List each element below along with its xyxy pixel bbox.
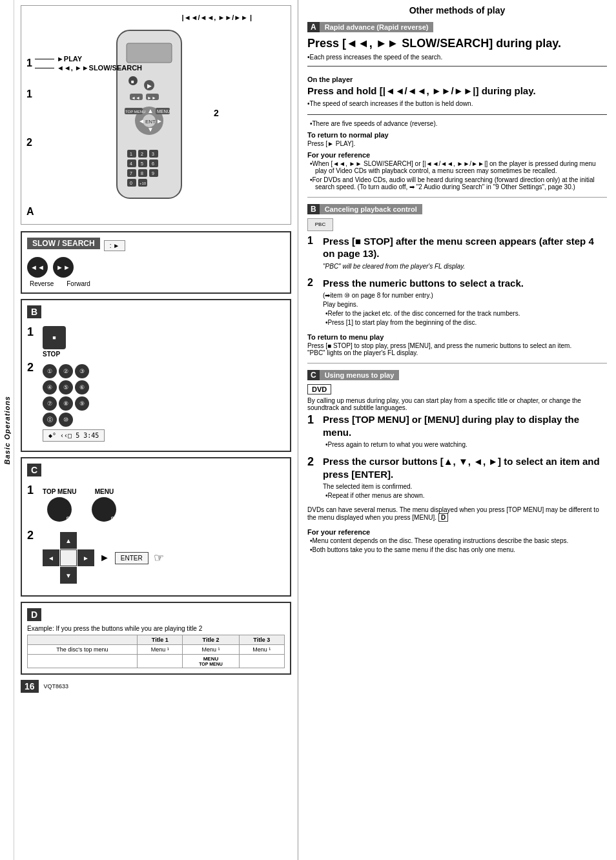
row1-col1: Menu ¹ [137,645,182,655]
svg-text:+10: +10 [139,181,147,185]
svg-text:6: 6 [152,161,154,166]
svg-text:ENT: ENT [145,119,156,125]
hand-icon: ☞ [154,551,164,565]
label-2-left: 2 [26,137,32,148]
stop-text: STOP [43,351,66,358]
ref-bullet2-a: •For DVDs and Video CDs, audio will be h… [307,176,607,190]
svg-text:►►: ►► [147,96,156,100]
table-col2: Title 2 [183,635,239,645]
nav-center[interactable] [60,549,77,566]
page-footer: 16 VQT8633 [21,680,291,693]
step2-sub2-b: Play begins. [323,301,524,308]
table-row-1: The disc's top menu Menu ¹ Menu ¹ Menu ¹ [28,645,285,655]
step2-heading-c: Press the cursor buttons [▲, ▼, ◄, ►] to… [323,455,607,480]
nav-cross: ▲ ◄ ► ▼ [43,532,94,584]
section-a-letter: A [307,22,320,32]
on-player-box: On the player Press and hold [|◄◄/◄◄, ►►… [307,66,607,115]
enter-button[interactable]: ENTER [115,552,149,564]
rewind-button[interactable]: ◄◄ [27,257,48,278]
section-b-label: B [27,305,41,318]
diagram-box: |◄◄/◄◄, ►►/►► | ▶ ■ ◄◄ [21,5,291,225]
dvd-note: DVDs can have several menus. The menu di… [307,506,607,524]
section-b-step2: 2 ① ② ③ ④ ⑤ ⑥ ⑦ ⑧ ⑨ ⓪ ⑩ ◆° [27,362,285,442]
page-number: 16 [21,680,39,693]
top-arrows: |◄◄/◄◄, ►►/►► | [182,14,252,21]
five-speeds: •There are five speeds of advance (rever… [307,120,607,127]
svg-text:■: ■ [131,79,134,85]
nav-left[interactable]: ◄ [43,549,59,566]
row1-col3: Menu ¹ [239,645,285,655]
on-player-bullet: •The speed of search increases if the bu… [307,100,607,107]
ref-bullet2-c: •Both buttons take you to the same menu … [307,546,607,553]
left-panel: |◄◄/◄◄, ►►/►► | ▶ ■ ◄◄ [14,0,298,860]
top-menu-item: TOP MENU ☞ [43,488,76,522]
top-arrows-text: |◄◄/◄◄, ►►/►► | [182,14,252,21]
section-c-box: C 1 TOP MENU ☞ MENU ☞ [21,457,291,597]
num-btn-7[interactable]: ⑦ [43,396,57,411]
num-btn-8[interactable]: ⑧ [59,396,73,411]
step2-heading-b: Press the numeric buttons to select a tr… [323,277,524,290]
row2-col3 [239,655,285,668]
slow-arrow-text: ◄◄, ►►SLOW/SEARCH [57,64,142,72]
section-b-step1-content: ■ STOP [43,326,66,358]
label-2-right: 2 [214,108,219,118]
num-btn-9[interactable]: ⑨ [75,396,89,411]
section-a-header-row: SLOW / SEARCH : ► [27,238,285,253]
enter-arrow: ► [99,552,110,564]
topmenu-label: TOP MENU [185,662,236,666]
num-btn-2[interactable]: ② [59,364,73,378]
section-c-header: C Using menus to play [307,370,607,380]
step1-content-c: Press [TOP MENU] or [MENU] during play t… [323,413,607,450]
num-btn-6[interactable]: ⑥ [75,380,89,394]
main-content: |◄◄/◄◄, ►►/►► | ▶ ■ ◄◄ [14,0,616,860]
num-btn-3[interactable]: ③ [75,364,89,378]
nav-down[interactable]: ▼ [60,567,77,584]
section-d-box: D Example: If you press the buttons whil… [21,602,291,675]
dvd-badge-row: DVD [307,384,607,397]
svg-text:7: 7 [130,171,132,176]
svg-text:▲: ▲ [147,107,154,114]
nav-up[interactable]: ▲ [60,532,77,549]
num-btn-1[interactable]: ① [43,364,57,378]
step2-num-c: 2 [307,455,316,469]
remote-svg: ▶ ■ ◄◄ ►► ▲ ▼ ◄ ► ENT [78,24,220,205]
num-btn-10[interactable]: ⑩ [59,413,73,427]
section-d-example: Example: If you press the buttons while … [27,625,285,632]
fast-forward-button[interactable]: ►► [53,257,74,278]
disc-table: Title 1 Title 2 Title 3 The disc's top m… [27,635,285,668]
row1-col2: Menu ¹ [183,645,239,655]
right-panel: Other methods of play A Rapid advance (R… [298,0,616,860]
menu-button[interactable]: ☞ [92,497,116,522]
step2-sub1-b: (➡item ⑩ on page 8 for number entry.) [323,292,524,299]
step2-sub1-c: The selected item is confirmed. [323,483,607,490]
svg-text:2: 2 [141,152,143,156]
top-menu-button[interactable]: ☞ [47,497,72,522]
table-col3: Title 3 [239,635,285,645]
num-btn-4[interactable]: ④ [43,380,57,394]
section-d-label: D [27,608,41,621]
row1-col0: The disc's top menu [28,645,138,655]
num-btn-0[interactable]: ⓪ [43,413,57,427]
forward-label: Forward [67,280,90,287]
step1-sub-b: "PBC" will be cleared from the player's … [323,263,607,270]
ref-bullet1-a: •When [◄◄, ►► SLOW/SEARCH] or [|◄◄/◄◄, ►… [307,160,607,174]
step2-content-c: Press the cursor buttons [▲, ▼, ◄, ►] to… [323,455,607,501]
step1-num-c: 1 [307,413,316,427]
step2-bullet-c: •Repeat if other menus are shown. [323,492,607,499]
divider-1 [307,197,607,198]
num-btn-5[interactable]: ⑤ [59,380,73,394]
section-a-heading: Press [◄◄, ►► SLOW/SEARCH] during play. [307,36,607,51]
svg-text:4: 4 [130,161,132,166]
stop-button[interactable]: ■ [43,326,66,349]
top-menu-area: TOP MENU ☞ MENU ☞ [43,488,116,522]
section-b-step2-num: 2 [27,362,37,373]
play-arrow-text: ►PLAY [57,55,82,63]
section-c-step2-num: 2 [27,529,37,541]
nav-right[interactable]: ► [77,549,94,566]
section-a-box: SLOW / SEARCH : ► ◄◄ ►► Reverse Forward [21,231,291,294]
section-c-step2: 2 ▲ ◄ ► ▼ ► [27,529,285,586]
section-c-step1-right: 1 Press [TOP MENU] or [MENU] during play… [307,413,607,450]
step2-bullet2-b: •Press [1] to start play from the beginn… [323,319,524,326]
section-a-labels: Reverse Forward [30,280,285,287]
section-a-buttons: ◄◄ ►► [27,257,285,278]
